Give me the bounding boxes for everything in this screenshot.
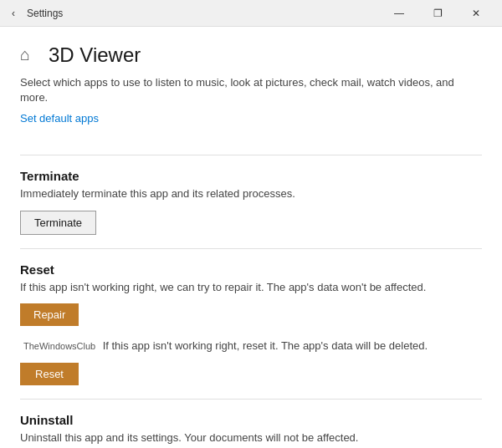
maximize-button[interactable]: ❐ [418, 0, 457, 27]
divider-1 [20, 155, 482, 155]
uninstall-section: Uninstall Uninstall this app and its set… [20, 413, 482, 448]
home-icon: ⌂ [20, 45, 40, 65]
page-title: 3D Viewer [49, 43, 141, 67]
watermark: TheWindowsClub [20, 339, 99, 353]
terminate-title: Terminate [20, 169, 482, 183]
page-header: ⌂ 3D Viewer [20, 43, 482, 67]
terminate-section: Terminate Immediately terminate this app… [20, 169, 482, 234]
title-bar-controls: — ❐ ✕ [380, 0, 495, 27]
title-bar-left: ‹ Settings [7, 4, 63, 23]
uninstall-title: Uninstall [20, 413, 482, 427]
back-button[interactable]: ‹ [7, 4, 20, 23]
close-button[interactable]: ✕ [457, 0, 495, 27]
terminate-button[interactable]: Terminate [20, 211, 96, 235]
title-bar: ‹ Settings — ❐ ✕ [0, 0, 502, 27]
terminate-description: Immediately terminate this app and its r… [20, 186, 482, 201]
reset-button[interactable]: Reset [20, 363, 79, 385]
set-default-apps-link[interactable]: Set default apps [20, 112, 99, 125]
reset-description: If this app isn't working right, reset i… [103, 339, 428, 352]
uninstall-description: Uninstall this app and its settings. You… [20, 430, 482, 445]
divider-2 [20, 248, 482, 249]
main-content: ⌂ 3D Viewer Select which apps to use to … [0, 27, 502, 448]
reset-section: Reset If this app isn't working right, w… [20, 262, 482, 385]
minimize-button[interactable]: — [380, 0, 418, 27]
page-description: Select which apps to use to listen to mu… [20, 75, 482, 105]
reset-title: Reset [20, 262, 482, 277]
divider-3 [20, 399, 482, 400]
title-bar-title: Settings [27, 8, 63, 19]
repair-description: If this app isn't working right, we can … [20, 280, 482, 295]
repair-button[interactable]: Repair [20, 303, 79, 326]
